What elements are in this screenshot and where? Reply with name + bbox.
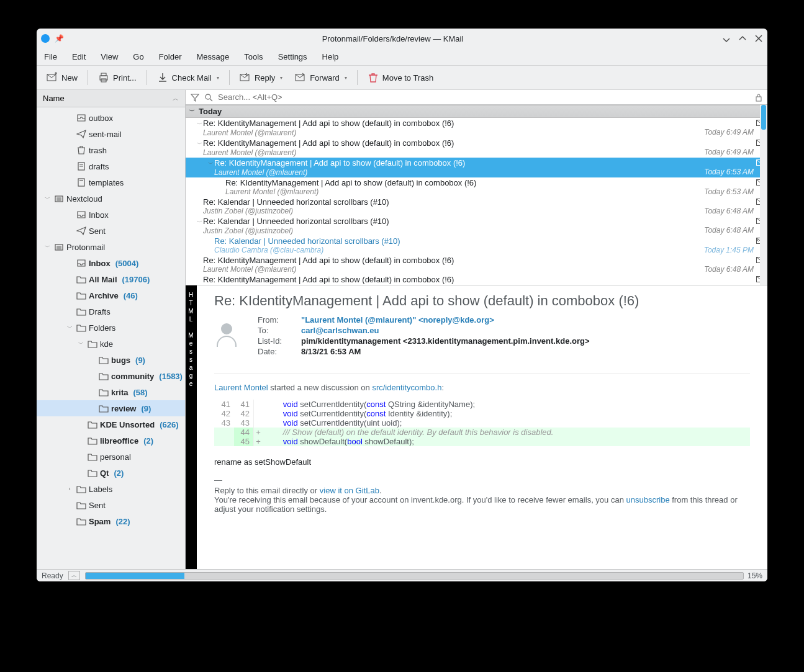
menu-go[interactable]: Go xyxy=(133,52,143,61)
folder-label: Qt xyxy=(100,468,109,478)
new-button[interactable]: New xyxy=(42,68,83,87)
message-from: Laurent Montel (@mlaurent) xyxy=(186,128,755,137)
unread-count: (9) xyxy=(141,404,151,413)
folder-sent[interactable]: Sent xyxy=(37,223,185,239)
folder-libreoffice[interactable]: libreoffice(2) xyxy=(37,432,185,449)
folder-drafts[interactable]: Drafts xyxy=(37,303,185,320)
menubar: File Edit View Go Folder Message Tools S… xyxy=(37,48,767,65)
folder-icon xyxy=(88,436,97,446)
forward-icon xyxy=(295,72,306,83)
folder-labels[interactable]: › Labels xyxy=(37,481,185,497)
folder-label: Drafts xyxy=(89,307,111,316)
folder-inbox[interactable]: Inbox(5004) xyxy=(37,255,185,271)
message-row[interactable]: ﹀Re: KIdentityManagement | Add api to sh… xyxy=(186,158,767,177)
filter-icon[interactable] xyxy=(191,93,199,102)
file-link[interactable]: src/identitycombo.h xyxy=(372,383,441,392)
date-label: Date: xyxy=(258,347,295,356)
folder-sent[interactable]: Sent xyxy=(37,497,185,513)
unread-count: (9) xyxy=(135,356,145,365)
folder-drafts[interactable]: drafts xyxy=(37,158,185,174)
menu-file[interactable]: File xyxy=(44,52,57,61)
folder-inbox[interactable]: Inbox xyxy=(37,207,185,223)
to-value[interactable]: carl@carlschwan.eu xyxy=(301,326,750,335)
folder-kde[interactable]: ﹀ kde xyxy=(37,336,185,352)
message-row[interactable]: Re: Kalendar | Unneeded horizontal scrol… xyxy=(186,197,767,216)
date-value: 8/13/21 6:53 AM xyxy=(301,347,750,356)
search-input[interactable] xyxy=(218,92,750,102)
message-row[interactable]: ﹀Re: KIdentityManagement | Add api to sh… xyxy=(186,138,767,158)
folder-bugs[interactable]: bugs(9) xyxy=(37,352,185,368)
forward-button[interactable]: Forward ▾ xyxy=(290,68,352,87)
folder-personal[interactable]: personal xyxy=(37,449,185,465)
folder-sent-mail[interactable]: sent-mail xyxy=(37,126,185,142)
folder-tree: outbox sent-mail trash drafts templates﹀… xyxy=(37,107,185,569)
message-row[interactable]: Re: KIdentityManagement | Add api to sho… xyxy=(186,274,767,285)
unsubscribe-link[interactable]: unsubscribe xyxy=(626,495,670,504)
print-button[interactable]: Print... xyxy=(93,68,142,87)
check-mail-button[interactable]: Check Mail ▾ xyxy=(152,68,224,87)
separator xyxy=(229,70,230,85)
message-time: Today 6:53 AM xyxy=(704,168,754,176)
search-icon[interactable] xyxy=(204,93,213,102)
reply-button[interactable]: Reply ▾ xyxy=(235,68,287,87)
folder-review[interactable]: review(9) xyxy=(37,400,185,416)
menu-settings[interactable]: Settings xyxy=(278,52,307,61)
folder-protonmail[interactable]: ﹀ Protonmail xyxy=(37,239,185,255)
reply-icon xyxy=(240,72,251,83)
author-link[interactable]: Laurent Montel xyxy=(214,383,268,392)
folder-folders[interactable]: ﹀ Folders xyxy=(37,320,185,336)
folder-community[interactable]: community(1583) xyxy=(37,368,185,384)
main-pane: ﹀ Today ﹀Re: KIdentityManagement | Add a… xyxy=(186,90,767,569)
message-row[interactable]: Re: KIdentityManagement | Add api to sho… xyxy=(186,255,767,274)
sidebar-header[interactable]: Name ︿ xyxy=(37,90,185,107)
group-header[interactable]: ﹀ Today xyxy=(186,105,767,118)
folder-all-mail[interactable]: All Mail(19706) xyxy=(37,271,185,287)
folder-icon xyxy=(88,452,97,462)
from-value[interactable]: "Laurent Montel (@mlaurent)" <noreply@kd… xyxy=(301,315,750,325)
chevron-up-icon: ︿ xyxy=(173,94,179,103)
unread-count: (2) xyxy=(114,468,124,478)
minimize-button[interactable] xyxy=(721,34,731,43)
message-row[interactable]: Re: Kalendar | Unneeded horizontal scrol… xyxy=(186,236,767,255)
folder-icon xyxy=(76,307,86,316)
menu-folder[interactable]: Folder xyxy=(159,52,182,61)
message-row[interactable]: ﹀Re: Kalendar | Unneeded horizontal scro… xyxy=(186,216,767,236)
folder-trash[interactable]: trash xyxy=(37,142,185,158)
statusbar: Ready ︿ 15% xyxy=(37,569,767,581)
folder-spam[interactable]: Spam(22) xyxy=(37,513,185,529)
menu-message[interactable]: Message xyxy=(197,52,230,61)
folder-nextcloud[interactable]: ﹀ Nextcloud xyxy=(37,190,185,207)
message-row[interactable]: Re: KIdentityManagement | Add api to sho… xyxy=(186,177,767,197)
folder-label: bugs xyxy=(111,356,130,365)
message-time: Today 6:48 AM xyxy=(704,265,754,274)
folder-archive[interactable]: Archive(46) xyxy=(37,287,185,303)
folder-kde-unsorted[interactable]: KDE Unsorted(626) xyxy=(37,416,185,432)
svg-rect-2 xyxy=(101,73,106,76)
folder-label: krita xyxy=(111,388,128,397)
maximize-button[interactable] xyxy=(738,34,748,43)
menu-view[interactable]: View xyxy=(101,52,118,61)
folder-qt[interactable]: Qt(2) xyxy=(37,465,185,481)
scrollbar-thumb[interactable] xyxy=(761,105,766,130)
lock-icon[interactable] xyxy=(755,93,762,102)
folder-label: Folders xyxy=(89,323,115,333)
message-row[interactable]: ﹀Re: KIdentityManagement | Add api to sh… xyxy=(186,118,767,138)
rename-comment: rename as setShowDefault xyxy=(214,457,750,467)
view-gitlab-link[interactable]: view it on GitLab xyxy=(320,486,379,495)
html-message-strip[interactable]: HTML Message xyxy=(186,285,197,569)
folder-open-icon xyxy=(99,403,109,413)
folder-label: sent-mail xyxy=(89,130,122,139)
folder-outbox[interactable]: outbox xyxy=(37,110,185,126)
folder-krita[interactable]: krita(58) xyxy=(37,384,185,400)
folder-label: All Mail xyxy=(89,275,117,284)
folder-templates[interactable]: templates xyxy=(37,174,185,190)
menu-help[interactable]: Help xyxy=(322,52,339,61)
chevron-up-icon[interactable]: ︿ xyxy=(68,571,80,580)
menu-tools[interactable]: Tools xyxy=(244,52,263,61)
chevron-down-icon: ▾ xyxy=(280,75,282,81)
pin-icon[interactable]: 📌 xyxy=(54,34,64,43)
close-button[interactable] xyxy=(754,34,764,43)
sent-icon xyxy=(76,129,86,139)
menu-edit[interactable]: Edit xyxy=(72,52,86,61)
move-to-trash-button[interactable]: Move to Trash xyxy=(363,68,438,87)
